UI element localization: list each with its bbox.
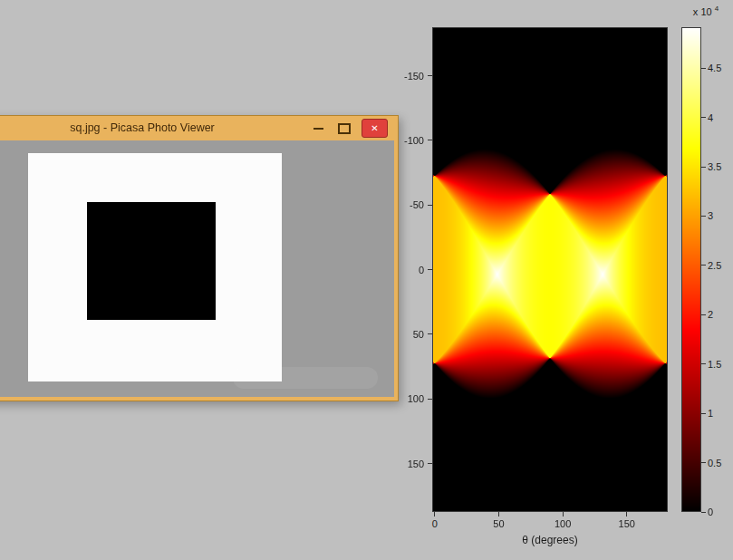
picasa-window: sq.jpg - Picasa Photo Viewer ✕ bbox=[0, 115, 399, 401]
colorbar-tick-mark bbox=[701, 68, 706, 69]
window-controls: ✕ bbox=[309, 116, 388, 140]
desktop: -150-100-5005010015005010015000.511.522.… bbox=[0, 0, 733, 560]
x-tick-label: 0 bbox=[417, 517, 453, 530]
maximize-icon bbox=[338, 123, 351, 134]
y-tick-mark bbox=[428, 205, 432, 206]
picasa-titlebar[interactable]: sq.jpg - Picasa Photo Viewer ✕ bbox=[0, 116, 398, 140]
colorbar-tick-label: 4.5 bbox=[708, 62, 733, 74]
colorbar-exponent-label: x 10 4 bbox=[680, 5, 732, 17]
colorbar-tick-label: 4 bbox=[708, 111, 733, 124]
colorbar-tick-mark bbox=[701, 512, 706, 513]
x-tick-label: 100 bbox=[545, 517, 581, 530]
window-title: sq.jpg - Picasa Photo Viewer bbox=[0, 116, 298, 140]
colorbar-tick-mark bbox=[701, 117, 706, 118]
colorbar-tick-label: 1 bbox=[708, 407, 733, 420]
sinogram-heatmap bbox=[432, 27, 668, 512]
black-square-shape bbox=[87, 202, 216, 320]
colorbar bbox=[681, 27, 701, 512]
x-tick-label: 50 bbox=[480, 517, 516, 530]
colorbar-tick-mark bbox=[701, 216, 706, 217]
colorbar-tick-mark bbox=[701, 462, 706, 463]
colorbar-tick-label: 3.5 bbox=[708, 160, 733, 173]
colorbar-tick-label: 2.5 bbox=[708, 259, 733, 272]
colorbar-tick-label: 1.5 bbox=[708, 358, 733, 371]
colorbar-tick-label: 0.5 bbox=[708, 457, 733, 469]
minimize-icon bbox=[313, 128, 323, 130]
minimize-button[interactable] bbox=[309, 121, 327, 137]
photo-viewer-area bbox=[0, 140, 394, 397]
x-tick-mark bbox=[563, 512, 564, 517]
colorbar-tick-label: 2 bbox=[708, 308, 733, 321]
close-button[interactable]: ✕ bbox=[362, 119, 388, 138]
photo-sq-jpg bbox=[28, 153, 282, 381]
x-axis-label: θ (degrees) bbox=[468, 534, 632, 546]
colorbar-tick-mark bbox=[701, 363, 706, 364]
exponent-prefix: x 10 bbox=[693, 6, 712, 17]
y-tick-mark bbox=[428, 463, 432, 464]
x-tick-mark bbox=[498, 512, 499, 517]
picasa-toolbar-overlay bbox=[233, 367, 378, 389]
y-tick-mark bbox=[428, 399, 432, 400]
exponent-value: 4 bbox=[715, 5, 719, 13]
y-tick-mark bbox=[428, 140, 432, 140]
colorbar-tick-mark bbox=[701, 265, 706, 266]
colorbar-tick-mark bbox=[701, 314, 706, 315]
x-tick-mark bbox=[626, 512, 627, 517]
x-tick-mark bbox=[434, 512, 435, 517]
y-tick-mark bbox=[428, 333, 432, 334]
colorbar-tick-mark bbox=[701, 167, 706, 168]
y-tick-label: -150 bbox=[381, 70, 424, 82]
y-tick-mark bbox=[428, 269, 432, 270]
maximize-button[interactable] bbox=[335, 121, 353, 137]
x-tick-label: 150 bbox=[609, 517, 645, 530]
y-tick-mark bbox=[428, 75, 432, 76]
close-icon: ✕ bbox=[371, 123, 378, 133]
colorbar-tick-label: 3 bbox=[708, 209, 733, 222]
colorbar-tick-label: 0 bbox=[708, 506, 733, 518]
y-tick-label: 150 bbox=[381, 458, 424, 470]
colorbar-tick-mark bbox=[701, 413, 706, 414]
